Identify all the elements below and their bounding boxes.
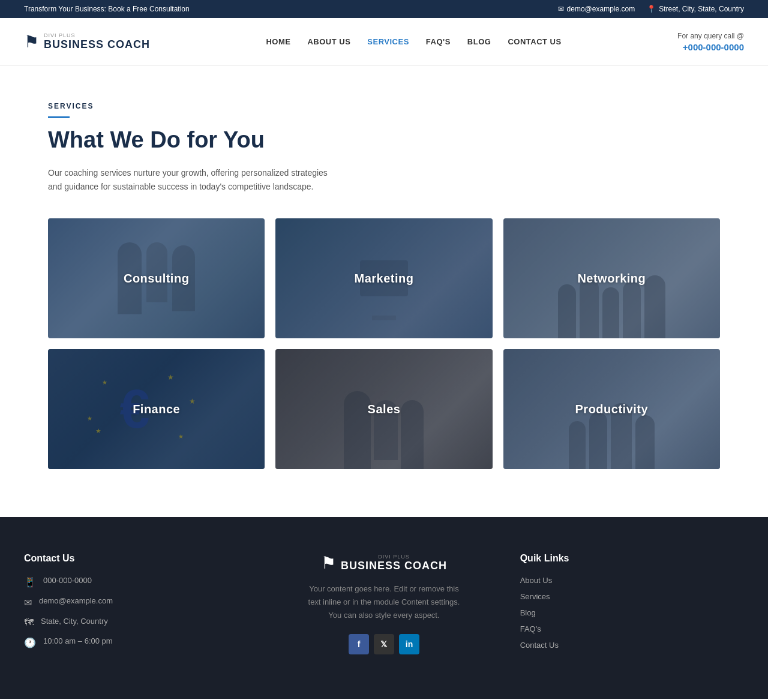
phone-icon: 📱 <box>24 576 36 588</box>
consulting-title: Consulting <box>124 272 189 286</box>
service-card-consulting[interactable]: Consulting <box>48 218 265 338</box>
header-contact: For any query call @ +000-000-0000 <box>677 32 744 52</box>
footer-email: demo@example.com <box>39 596 113 605</box>
social-links: f 𝕏 in <box>349 634 419 654</box>
footer-contact-col: Contact Us 📱 000-000-0000 ✉ demo@example… <box>24 553 248 657</box>
marketing-overlay: Marketing <box>275 218 492 338</box>
promo-bold: Transform Your Business: <box>24 5 106 13</box>
footer-hours: 10:00 am – 6:00 pm <box>43 636 113 645</box>
service-card-marketing[interactable]: Marketing <box>275 218 492 338</box>
header-phone[interactable]: +000-000-0000 <box>677 42 744 52</box>
envelope-icon: ✉ <box>24 597 32 608</box>
map-icon: 🗺 <box>24 617 34 628</box>
logo-text: divi plus BUSINESS COACH <box>44 33 150 51</box>
footer-link-contact[interactable]: Contact Us <box>520 641 744 650</box>
section-title: What We Do for You <box>48 127 720 154</box>
footer-phone: 000-000-0000 <box>43 576 92 585</box>
footer-email-item: ✉ demo@example.com <box>24 596 248 608</box>
top-email-text: demo@example.com <box>567 5 635 13</box>
nav-faq[interactable]: FAQ'S <box>426 37 451 46</box>
networking-overlay: Networking <box>503 218 720 338</box>
promo-text: Transform Your Business: Book a Free Con… <box>24 5 190 13</box>
networking-title: Networking <box>577 272 646 286</box>
service-card-networking[interactable]: Networking <box>503 218 720 338</box>
section-desc: Our coaching services nurture your growt… <box>48 166 336 195</box>
marketing-title: Marketing <box>355 272 414 286</box>
top-bar-right: ✉ demo@example.com 📍 Street, City, State… <box>558 5 744 13</box>
footer-logo-icon: ⚑ <box>321 553 336 573</box>
email-icon: ✉ <box>558 5 564 13</box>
footer-link-blog[interactable]: Blog <box>520 608 744 617</box>
quick-links: About Us Services Blog FAQ's Contact Us <box>520 576 744 650</box>
nav-about[interactable]: ABOUT US <box>307 37 350 46</box>
footer-links-title: Quik Links <box>520 553 744 564</box>
logo-business-coach: BUSINESS COACH <box>44 39 150 51</box>
services-section: SERVICES What We Do for You Our coaching… <box>24 66 744 517</box>
footer-link-services[interactable]: Services <box>520 592 744 601</box>
footer-logo[interactable]: ⚑ divi plus BUSINESS COACH <box>321 553 447 573</box>
footer-logo-col: ⚑ divi plus BUSINESS COACH Your content … <box>272 553 496 657</box>
nav-blog[interactable]: BLOG <box>467 37 491 46</box>
footer-address: State, City, Country <box>41 617 108 626</box>
nav-services[interactable]: SERVICES <box>367 37 409 46</box>
top-email: ✉ demo@example.com <box>558 5 635 13</box>
footer-contact-title: Contact Us <box>24 553 248 564</box>
service-card-finance[interactable]: € ★ ★ ★ ★ ★ ★ Finance <box>48 349 265 469</box>
top-address-text: Street, City, State, Country <box>659 5 744 13</box>
finance-overlay: Finance <box>48 349 265 469</box>
nav-home[interactable]: HOME <box>266 37 290 46</box>
section-label: SERVICES <box>48 102 720 118</box>
site-logo[interactable]: ⚑ divi plus BUSINESS COACH <box>24 32 150 52</box>
main-nav: HOME ABOUT US SERVICES FAQ'S BLOG CONTAC… <box>266 37 561 46</box>
twitter-link[interactable]: 𝕏 <box>374 634 394 654</box>
location-icon: 📍 <box>647 5 656 13</box>
footer-link-faq[interactable]: FAQ's <box>520 624 744 633</box>
query-label: For any query call @ <box>677 32 744 40</box>
footer-description: Your content goes here. Edit or remove t… <box>306 582 462 622</box>
productivity-title: Productivity <box>575 402 649 416</box>
clock-icon: 🕐 <box>24 637 36 648</box>
top-bar: Transform Your Business: Book a Free Con… <box>0 0 768 18</box>
footer-address-item: 🗺 State, City, Country <box>24 617 248 628</box>
finance-title: Finance <box>133 402 180 416</box>
linkedin-link[interactable]: in <box>399 634 419 654</box>
site-footer: Contact Us 📱 000-000-0000 ✉ demo@example… <box>0 517 768 699</box>
promo-sub: Book a Free Consultation <box>108 5 189 13</box>
footer-links-col: Quik Links About Us Services Blog FAQ's … <box>520 553 744 657</box>
service-card-sales[interactable]: Sales <box>275 349 492 469</box>
sales-overlay: Sales <box>275 349 492 469</box>
nav-contact[interactable]: CONTACT US <box>508 37 561 46</box>
footer-logo-text: divi plus BUSINESS COACH <box>341 554 447 572</box>
site-header: ⚑ divi plus BUSINESS COACH HOME ABOUT US… <box>0 18 768 66</box>
footer-biz-coach: BUSINESS COACH <box>341 560 447 572</box>
top-address: 📍 Street, City, State, Country <box>647 5 744 13</box>
footer-link-about[interactable]: About Us <box>520 576 744 585</box>
facebook-link[interactable]: f <box>349 634 369 654</box>
logo-icon: ⚑ <box>24 32 39 52</box>
service-card-productivity[interactable]: Productivity <box>503 349 720 469</box>
sales-title: Sales <box>368 402 401 416</box>
footer-grid: Contact Us 📱 000-000-0000 ✉ demo@example… <box>24 553 744 657</box>
services-grid: Consulting Marketing <box>48 218 720 469</box>
footer-hours-item: 🕐 10:00 am – 6:00 pm <box>24 636 248 648</box>
consulting-overlay: Consulting <box>48 218 265 338</box>
productivity-overlay: Productivity <box>503 349 720 469</box>
footer-phone-item: 📱 000-000-0000 <box>24 576 248 588</box>
